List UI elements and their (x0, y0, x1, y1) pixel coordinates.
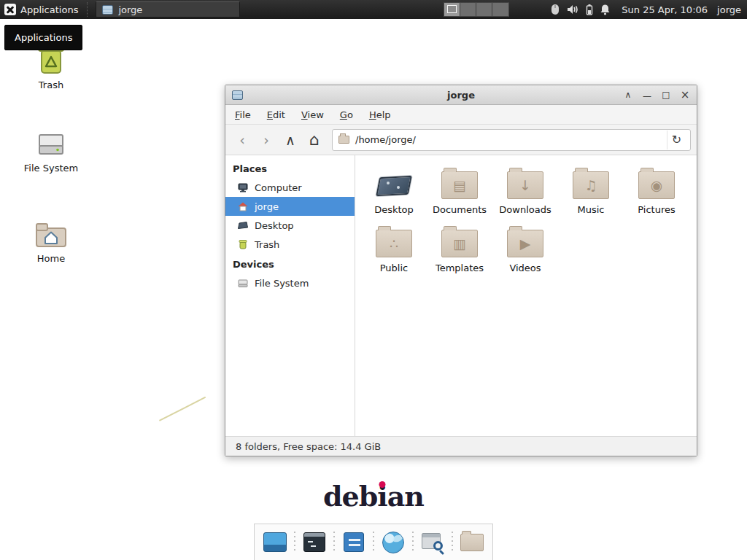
statusbar: 8 folders, Free space: 14.4 GiB (225, 436, 697, 456)
music-folder-icon: ♫ (573, 166, 609, 199)
file-item-public[interactable]: ∴ Public (361, 224, 427, 273)
desktop-icon (237, 219, 249, 231)
web-browser-launcher[interactable] (379, 528, 408, 557)
applications-menu-button[interactable]: Applications (0, 0, 85, 19)
menu-view[interactable]: View (301, 109, 324, 120)
terminal-icon (303, 532, 325, 552)
desktop-icon-label: Trash (39, 79, 63, 90)
file-item-pictures[interactable]: ◉ Pictures (624, 166, 689, 215)
wallpaper-line (159, 397, 206, 421)
home-folder-icon (34, 216, 68, 249)
dock-separator (412, 532, 414, 553)
terminal-launcher[interactable] (300, 528, 329, 557)
pictures-folder-icon: ◉ (638, 166, 675, 199)
trash-icon (237, 238, 249, 250)
workspace-1[interactable] (444, 3, 460, 16)
files-grid: Desktop ▤ Documents ↓ Downloads ♫ Music … (355, 155, 697, 436)
up-button[interactable]: ∧ (279, 129, 301, 151)
window-list-icon (344, 532, 364, 552)
dock (254, 524, 493, 560)
maximize-button[interactable]: □ (661, 85, 671, 104)
file-item-desktop[interactable]: Desktop (361, 166, 427, 215)
menu-go[interactable]: Go (340, 109, 353, 120)
file-item-documents[interactable]: ▤ Documents (427, 166, 492, 215)
minimize-button[interactable]: — (642, 87, 652, 106)
applications-tooltip: Applications (4, 25, 82, 50)
workspace-2[interactable] (460, 3, 476, 16)
taskbar-window-button[interactable]: jorge (96, 1, 240, 18)
sidebar: Places Computer jorge Desktop Trash Devi… (225, 155, 355, 436)
desktop-icon-label: File System (24, 163, 78, 174)
sidebar-item-computer[interactable]: Computer (225, 178, 355, 197)
path-bar[interactable]: /home/jorge/ ↻ (332, 129, 691, 151)
sidebar-item-jorge[interactable]: jorge (225, 197, 355, 216)
workspace-switcher (444, 2, 509, 17)
home-icon (237, 201, 249, 212)
debian-logo-text: an (387, 480, 424, 513)
desktop-icon-home[interactable]: Home (11, 216, 91, 264)
applications-tooltip-text: Applications (15, 32, 72, 43)
show-desktop-launcher[interactable] (260, 528, 290, 557)
notification-bell-icon[interactable] (600, 4, 611, 15)
sidebar-item-file-system[interactable]: File System (225, 273, 355, 292)
mouse-tray-icon[interactable] (550, 4, 560, 15)
sidebar-item-trash[interactable]: Trash (225, 235, 355, 254)
workspace-3[interactable] (476, 3, 492, 16)
forward-button[interactable]: › (255, 129, 277, 151)
sidebar-item-label: File System (255, 278, 309, 289)
files-area: Desktop ▤ Documents ↓ Downloads ♫ Music … (355, 155, 697, 436)
window-body: Places Computer jorge Desktop Trash Devi… (225, 155, 697, 436)
file-label: Pictures (638, 204, 675, 215)
app-finder-launcher[interactable] (418, 528, 447, 557)
menubar: File Edit View Go Help (225, 105, 697, 125)
file-manager-launcher[interactable] (457, 528, 487, 557)
back-button[interactable]: ‹ (231, 129, 253, 151)
battery-tray-icon[interactable] (586, 4, 593, 15)
dock-separator (333, 532, 335, 553)
file-item-music[interactable]: ♫ Music (558, 166, 624, 215)
dock-separator (452, 532, 453, 553)
taskbar-window-label: jorge (118, 4, 142, 15)
menu-file[interactable]: File (235, 109, 251, 120)
panel-username[interactable]: jorge (717, 4, 741, 15)
sidebar-item-desktop[interactable]: Desktop (225, 216, 355, 235)
system-tray: Sun 25 Apr, 10:06 jorge (550, 0, 744, 19)
menu-help[interactable]: Help (369, 109, 391, 120)
public-folder-icon: ∴ (376, 224, 412, 257)
drive-icon (35, 125, 67, 159)
magnifier-icon (421, 532, 444, 553)
file-manager-window: jorge ∧ — □ × File Edit View Go Help ‹ ›… (225, 85, 697, 456)
close-button[interactable]: × (680, 85, 690, 104)
statusbar-text: 8 folders, Free space: 14.4 GiB (236, 441, 381, 452)
applications-menu-label: Applications (20, 4, 78, 15)
file-item-videos[interactable]: ▶ Videos (492, 224, 558, 273)
shade-button[interactable]: ∧ (623, 85, 633, 104)
path-text[interactable]: /home/jorge/ (355, 134, 661, 145)
home-button[interactable]: ⌂ (303, 129, 325, 151)
file-item-templates[interactable]: ▥ Templates (427, 224, 492, 273)
drive-icon (237, 277, 249, 289)
panel-clock[interactable]: Sun 25 Apr, 10:06 (622, 4, 708, 15)
show-desktop-icon (263, 532, 287, 552)
file-label: Templates (436, 262, 484, 273)
file-manager-icon (102, 5, 113, 15)
volume-tray-icon[interactable] (567, 4, 579, 15)
menu-edit[interactable]: Edit (267, 109, 285, 120)
desktop-folder-icon (375, 166, 413, 199)
reload-button[interactable]: ↻ (667, 131, 686, 149)
file-label: Documents (433, 204, 487, 215)
file-label: Music (578, 204, 605, 215)
desktop-root: { "colors": { "accent": "#4a90d9", "debi… (0, 0, 747, 560)
workspace-4[interactable] (492, 3, 508, 16)
videos-folder-icon: ▶ (507, 224, 543, 257)
file-item-downloads[interactable]: ↓ Downloads (492, 166, 558, 215)
folder-icon (460, 534, 484, 551)
sidebar-item-label: Trash (255, 239, 279, 250)
window-titlebar[interactable]: jorge ∧ — □ × (225, 85, 697, 105)
desktop-icon-file-system[interactable]: File System (11, 125, 91, 174)
window-list-launcher[interactable] (339, 528, 368, 557)
file-label: Public (380, 262, 408, 273)
sidebar-item-label: jorge (255, 201, 279, 212)
sidebar-item-label: Desktop (255, 220, 294, 231)
debian-logo-text: deb (323, 480, 377, 513)
